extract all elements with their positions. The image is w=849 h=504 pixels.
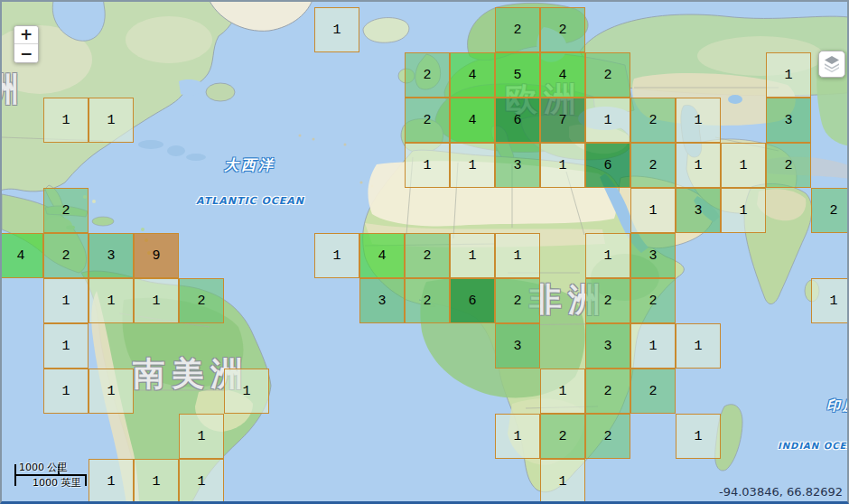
grid-cell[interactable]: 2 (405, 52, 450, 98)
grid-cell[interactable]: 1 (766, 52, 811, 98)
grid-cell[interactable]: 2 (630, 369, 676, 414)
grid-cell[interactable]: 2 (495, 278, 540, 323)
grid-cell[interactable]: 1 (405, 143, 450, 188)
grid-cell[interactable]: 1 (179, 459, 224, 504)
grid-cell[interactable]: 1 (224, 369, 269, 414)
grid-cell[interactable]: 1 (630, 323, 676, 369)
grid-cell[interactable]: 6 (585, 143, 630, 188)
grid-cell[interactable]: 1 (676, 143, 721, 188)
grid-cell[interactable]: 1 (450, 233, 495, 278)
grid-cell[interactable]: 2 (43, 233, 89, 278)
grid-cell[interactable]: 1 (540, 143, 585, 188)
grid-cell[interactable]: 1 (811, 278, 849, 323)
grid-cell[interactable]: 5 (495, 52, 540, 98)
grid-cell-count: 1 (784, 69, 792, 82)
grid-cell[interactable]: 2 (585, 278, 630, 323)
grid-cell[interactable]: 1 (721, 188, 766, 233)
grid-cell[interactable]: 4 (359, 233, 405, 278)
grid-cell[interactable]: 4 (0, 233, 43, 278)
grid-cell[interactable]: 1 (314, 7, 359, 52)
grid-cell[interactable]: 1 (314, 233, 359, 278)
grid-cell[interactable]: 3 (495, 143, 540, 188)
grid-cell[interactable]: 3 (585, 323, 630, 369)
grid-cell[interactable]: 2 (585, 369, 630, 414)
grid-cell[interactable]: 1 (43, 98, 89, 143)
grid-cell-count: 3 (513, 159, 521, 173)
grid-cell[interactable]: 2 (630, 143, 676, 188)
grid-cell[interactable]: 1 (89, 278, 134, 323)
grid-cell-count: 1 (603, 114, 611, 127)
mouse-position-display: -94.03846, 66.82692 (719, 485, 843, 499)
grid-cell[interactable]: 1 (676, 323, 721, 369)
grid-cell[interactable]: 1 (495, 233, 540, 278)
grid-cell-count: 2 (784, 159, 792, 173)
grid-cell[interactable]: 1 (134, 459, 179, 504)
grid-cell[interactable]: 2 (630, 98, 676, 143)
grid-cell[interactable]: 2 (405, 233, 450, 278)
grid-cell[interactable]: 3 (766, 98, 811, 143)
grid-cell[interactable]: 7 (540, 98, 585, 143)
grid-cell[interactable]: 3 (359, 278, 405, 323)
grid-cell[interactable]: 2 (585, 414, 630, 459)
grid-cell[interactable]: 9 (134, 233, 179, 278)
grid-cell-count: 2 (423, 249, 431, 263)
grid-cell[interactable]: 2 (405, 98, 450, 143)
grid-cell[interactable]: 4 (450, 52, 495, 98)
grid-cell[interactable]: 2 (43, 188, 89, 233)
grid-cell-count: 1 (197, 430, 205, 443)
grid-cell[interactable]: 6 (495, 98, 540, 143)
grid-cell[interactable]: 1 (179, 414, 224, 459)
grid-cell[interactable]: 1 (585, 233, 630, 278)
grid-cell-count: 1 (468, 159, 476, 173)
grid-cell-count: 1 (513, 249, 521, 263)
zoom-in-button[interactable]: + (14, 26, 38, 44)
grid-cell[interactable]: 1 (134, 278, 179, 323)
grid-cell-count: 4 (468, 114, 476, 127)
grid-cell[interactable]: 2 (585, 52, 630, 98)
grid-cell-count: 2 (513, 23, 521, 37)
zoom-out-button[interactable]: − (14, 44, 38, 62)
grid-cell[interactable]: 1 (89, 459, 134, 504)
grid-cell[interactable]: 1 (585, 98, 630, 143)
grid-cell[interactable]: 1 (43, 278, 89, 323)
grid-cell[interactable]: 1 (540, 369, 585, 414)
grid-cell[interactable]: 3 (495, 323, 540, 369)
grid-cell-count: 2 (61, 204, 70, 218)
grid-cell[interactable]: 1 (721, 143, 766, 188)
grid-cell[interactable]: 3 (676, 188, 721, 233)
grid-cell[interactable]: 2 (540, 414, 585, 459)
grid-cell[interactable]: 1 (89, 98, 134, 143)
grid-cell-count: 1 (332, 249, 341, 263)
grid-cell[interactable]: 2 (495, 7, 540, 52)
grid-cell-count: 3 (513, 340, 521, 353)
grid-cell-count: 1 (468, 249, 476, 263)
grid-cell-count: 4 (378, 249, 386, 263)
grid-cell[interactable]: 4 (540, 52, 585, 98)
grid-cell[interactable]: 1 (89, 369, 134, 414)
grid-cell-count: 2 (603, 385, 611, 398)
grid-cell-count: 2 (648, 385, 657, 398)
grid-cell[interactable]: 3 (630, 233, 676, 278)
grid-cell[interactable]: 1 (43, 323, 89, 369)
grid-cell[interactable]: 1 (495, 414, 540, 459)
grid-cell[interactable]: 1 (43, 369, 89, 414)
map-container[interactable]: 洲 欧洲 非洲 南美洲 大西洋 ATLANTIC OCEAN 印度 INDIAN… (0, 0, 849, 504)
grid-cell-count: 3 (648, 249, 657, 263)
grid-cell[interactable]: 2 (766, 143, 811, 188)
grid-cell[interactable]: 3 (89, 233, 134, 278)
layers-button[interactable] (818, 51, 845, 78)
grid-cell[interactable]: 2 (179, 278, 224, 323)
grid-cell[interactable]: 1 (676, 414, 721, 459)
grid-cell[interactable]: 2 (540, 7, 585, 52)
grid-cell[interactable]: 1 (540, 459, 585, 504)
grid-cell-count: 2 (829, 204, 837, 218)
grid-cell[interactable]: 1 (450, 143, 495, 188)
grid-cell[interactable]: 6 (450, 278, 495, 323)
grid-cell[interactable]: 1 (676, 98, 721, 143)
grid-cell[interactable]: 4 (450, 98, 495, 143)
grid-cell-count: 3 (107, 249, 115, 263)
grid-cell[interactable]: 2 (405, 278, 450, 323)
grid-cell[interactable]: 1 (630, 188, 676, 233)
grid-cell[interactable]: 2 (630, 278, 676, 323)
grid-cell[interactable]: 2 (811, 188, 849, 233)
